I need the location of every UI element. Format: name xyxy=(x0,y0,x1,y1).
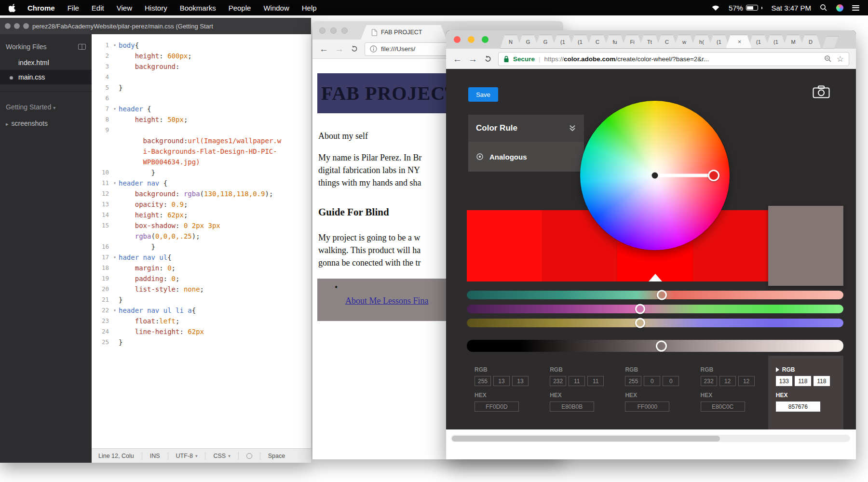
hex-value-box[interactable]: E80B0B xyxy=(550,402,594,412)
info-icon[interactable] xyxy=(370,45,377,53)
menu-item-bookmarks[interactable]: Bookmarks xyxy=(180,4,216,12)
statusbar-item[interactable]: Space xyxy=(268,453,285,459)
reload-icon[interactable] xyxy=(350,45,358,53)
new-tab-button[interactable] xyxy=(822,36,839,49)
hex-value-box[interactable]: 857676 xyxy=(776,402,820,412)
browser-tab[interactable]: (1 xyxy=(570,35,591,49)
browser-tab-fab-project[interactable]: FAB PROJECT xyxy=(361,25,447,40)
rgb-value-box[interactable]: 0 xyxy=(663,376,679,386)
close-window-icon[interactable] xyxy=(319,27,326,34)
browser-tab-active[interactable]: × xyxy=(726,35,752,49)
save-button[interactable]: Save xyxy=(468,87,498,102)
forward-icon[interactable]: → xyxy=(468,54,477,64)
bookmark-star-icon[interactable]: ☆ xyxy=(837,54,844,64)
back-icon[interactable]: ← xyxy=(319,44,328,54)
color-swatch[interactable] xyxy=(467,210,542,281)
browser-tab[interactable]: C xyxy=(656,35,678,49)
browser-tab[interactable]: D xyxy=(800,35,821,49)
sidebar-file-main.css[interactable]: main.css xyxy=(0,70,92,84)
hue-slider-2[interactable] xyxy=(467,305,843,313)
hue-slider-3[interactable] xyxy=(467,319,843,327)
hex-value-box[interactable]: FF0D0D xyxy=(475,402,519,412)
rgb-value-box[interactable]: 13 xyxy=(493,376,510,386)
browser-tab[interactable]: (1 xyxy=(765,35,787,49)
menu-item-help[interactable]: Help xyxy=(302,4,317,12)
about-me-link[interactable]: About Me Lessons Fina xyxy=(345,296,429,306)
zoom-window-icon[interactable] xyxy=(341,27,348,34)
forward-icon[interactable]: → xyxy=(335,44,344,54)
rgb-value-box[interactable]: 12 xyxy=(719,376,736,386)
rgb-value-box[interactable]: 255 xyxy=(475,376,491,386)
slider-handle[interactable] xyxy=(635,304,645,314)
color-swatch[interactable] xyxy=(768,206,843,286)
search-icon[interactable] xyxy=(820,4,827,12)
wifi-icon[interactable] xyxy=(711,4,720,11)
rgb-value-box[interactable]: 118 xyxy=(795,376,811,386)
sidebar-folder-screenshots[interactable]: ▸screenshots xyxy=(0,115,92,132)
menu-item-history[interactable]: History xyxy=(145,4,167,12)
rgb-value-box[interactable]: 118 xyxy=(814,376,830,386)
code-editor[interactable]: 1▾body{2 height: 600px;3 background:45}6… xyxy=(92,34,311,448)
browser-tab[interactable]: Tt xyxy=(639,35,660,49)
rgb-value-box[interactable]: 255 xyxy=(625,376,641,386)
browser-tab[interactable]: G xyxy=(517,35,539,49)
rgb-value-box[interactable]: 11 xyxy=(587,376,604,386)
scrollbar-thumb[interactable] xyxy=(452,436,720,442)
rgb-value-box[interactable]: 232 xyxy=(550,376,566,386)
hex-value-box[interactable]: E80C0C xyxy=(701,402,745,412)
back-icon[interactable]: ← xyxy=(453,54,462,64)
menu-item-people[interactable]: People xyxy=(229,4,251,12)
color-rule-header[interactable]: Color Rule xyxy=(468,115,584,142)
siri-icon[interactable] xyxy=(836,4,843,12)
zoom-window-icon[interactable] xyxy=(23,23,29,29)
statusbar-item[interactable]: Line 12, Colu xyxy=(98,453,134,459)
close-window-icon[interactable] xyxy=(454,36,461,43)
zoom-icon[interactable] xyxy=(824,55,832,63)
menu-item-window[interactable]: Window xyxy=(263,4,289,12)
zoom-window-icon[interactable] xyxy=(482,36,488,43)
sidebar-section-getting-started[interactable]: Getting Started▾ xyxy=(0,92,92,115)
close-window-icon[interactable] xyxy=(5,23,11,29)
menubar-clock[interactable]: Sat 3:47 PM xyxy=(771,4,811,12)
browser-tab[interactable]: Fi xyxy=(622,35,643,49)
rgb-value-box[interactable]: 0 xyxy=(644,376,660,386)
notification-list-icon[interactable] xyxy=(852,4,859,12)
tab-close-icon[interactable]: × xyxy=(738,38,742,45)
browser-tab[interactable]: w xyxy=(674,35,695,49)
browser-tab[interactable]: (1 xyxy=(552,35,573,49)
browser-tab[interactable]: (1 xyxy=(708,35,730,49)
browser-tab[interactable]: h( xyxy=(691,35,712,49)
rgb-value-box[interactable]: 12 xyxy=(738,376,755,386)
statusbar-item[interactable]: UTF-8▾ xyxy=(176,453,198,459)
reload-icon[interactable] xyxy=(484,55,492,63)
rgb-value-box[interactable]: 11 xyxy=(569,376,585,386)
sidebar-file-index.html[interactable]: index.html xyxy=(0,55,92,70)
statusbar-lint-indicator[interactable] xyxy=(246,453,252,459)
active-app-name[interactable]: Chrome xyxy=(27,4,55,12)
hex-value-box[interactable]: FF0000 xyxy=(625,402,669,412)
rgb-value-box[interactable]: 232 xyxy=(701,376,717,386)
rgb-value-box[interactable]: 13 xyxy=(512,376,529,386)
statusbar-item[interactable]: INS xyxy=(150,453,160,459)
horizontal-scrollbar[interactable] xyxy=(451,435,850,442)
browser-tab[interactable]: C xyxy=(587,35,608,49)
minimize-window-icon[interactable] xyxy=(330,27,337,34)
battery-indicator[interactable]: 57% xyxy=(729,4,763,12)
slider-handle[interactable] xyxy=(656,340,667,351)
browser-tab[interactable]: (1 xyxy=(748,35,769,49)
slider-handle[interactable] xyxy=(635,318,645,328)
menu-item-edit[interactable]: Edit xyxy=(92,4,104,12)
statusbar-item[interactable]: CSS▾ xyxy=(213,453,230,459)
minimize-window-icon[interactable] xyxy=(14,23,20,29)
minimize-window-icon[interactable] xyxy=(468,36,475,43)
browser-tab[interactable]: fu xyxy=(604,35,625,49)
hue-slider-1[interactable] xyxy=(467,291,843,299)
menu-item-view[interactable]: View xyxy=(117,4,132,12)
color-wheel[interactable] xyxy=(580,101,730,250)
menu-item-file[interactable]: File xyxy=(68,4,79,12)
browser-tab[interactable]: G xyxy=(535,35,556,49)
apple-icon[interactable] xyxy=(9,3,16,12)
wheel-pointer-handle[interactable] xyxy=(708,170,719,181)
rgb-value-box[interactable]: 133 xyxy=(776,376,792,386)
brightness-slider[interactable] xyxy=(467,340,843,352)
